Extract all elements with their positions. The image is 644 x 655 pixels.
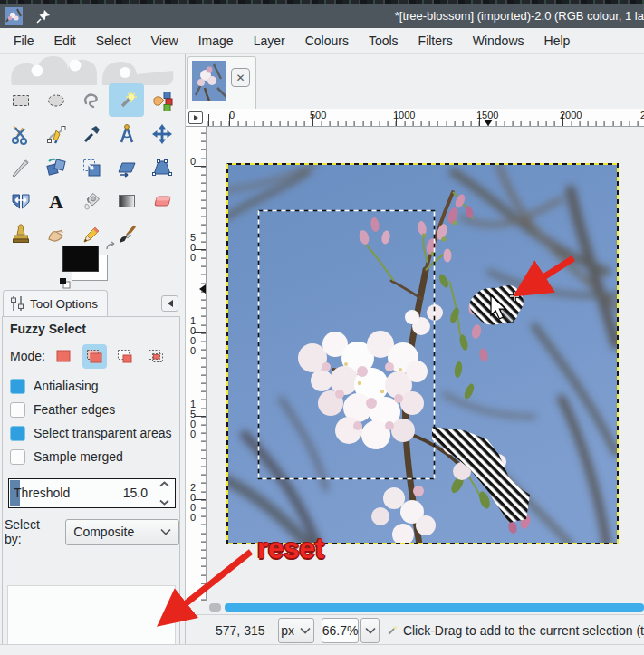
zoom-value: 66.7% (322, 623, 359, 638)
tool-bucket-fill[interactable] (73, 184, 109, 217)
blossom-photo (226, 163, 619, 544)
menu-file[interactable]: File (4, 28, 44, 53)
tool-select-by-colour[interactable] (144, 83, 179, 117)
tool-rotate[interactable] (38, 150, 73, 184)
menu-view[interactable]: View (141, 28, 188, 53)
select-by-dropdown[interactable]: Composite (65, 519, 179, 545)
scrollbar-thumb[interactable] (225, 603, 644, 612)
menu-edit[interactable]: Edit (44, 28, 86, 53)
tool-scale[interactable] (73, 150, 109, 184)
select-transparent-row[interactable]: Select transparent areas (10, 424, 172, 442)
tool-colour-picker[interactable] (73, 117, 109, 150)
zoom-level[interactable]: 66.7% (322, 618, 360, 643)
pin-icon[interactable] (35, 8, 52, 24)
threshold-value[interactable]: 15.0 (123, 486, 148, 500)
select-by-value: Composite (73, 525, 134, 539)
sample-merged-row[interactable]: Sample merged (10, 448, 123, 466)
threshold-label: Threshold (14, 486, 70, 500)
h-ruler-label: 0 (229, 110, 235, 120)
sample-merged-label: Sample merged (34, 449, 123, 464)
menu-colours[interactable]: Colours (295, 28, 359, 53)
mode-add-button[interactable] (82, 344, 107, 369)
v-ruler-label: 1500 (187, 399, 197, 438)
v-ruler-label: 2000 (187, 482, 197, 522)
menu-select[interactable]: Select (86, 28, 141, 53)
tool-perspective[interactable] (144, 150, 179, 184)
menu-tools[interactable]: Tools (359, 28, 409, 53)
unit-dropdown[interactable]: px (278, 618, 314, 643)
menu-layer[interactable]: Layer (244, 28, 295, 53)
spin-down-icon[interactable] (159, 499, 169, 506)
tool-options-icon (10, 295, 24, 312)
tool-crop[interactable] (3, 150, 38, 184)
antialiasing-row[interactable]: Antialiasing (10, 377, 99, 395)
pointer-position-marker-v (199, 284, 206, 294)
menu-windows[interactable]: Windows (463, 28, 534, 53)
tab-close-button[interactable]: ✕ (231, 68, 250, 87)
menu-help[interactable]: Help (534, 28, 581, 53)
antialiasing-checkbox[interactable] (10, 379, 25, 394)
ruler-corner-button[interactable] (186, 109, 207, 127)
foreground-colour-swatch[interactable] (62, 246, 99, 272)
feather-edges-checkbox[interactable] (10, 402, 25, 418)
status-message: Click-Drag to add to the current selecti… (403, 623, 644, 638)
dock-collapse-button[interactable] (161, 295, 178, 312)
menu-filters[interactable]: Filters (409, 28, 463, 53)
statusbar: 577, 315 px 66.7% Click-Drag to add to t… (186, 614, 644, 645)
horizontal-ruler[interactable]: 0 500 1000 1500 2000 2500 (207, 109, 644, 127)
tool-flip[interactable] (3, 184, 38, 217)
tool-eraser[interactable] (144, 184, 179, 217)
tool-options-tab[interactable]: Tool Options (3, 290, 108, 316)
tool-grid: A (3, 83, 179, 251)
h-ruler-label: 500 (310, 110, 326, 120)
preset-list[interactable] (7, 585, 176, 649)
tool-options-panel: Fuzzy Select Mode: (2, 316, 180, 646)
tool-measure[interactable] (109, 117, 144, 150)
wand-status-icon (387, 622, 399, 638)
window-bottom-strip (0, 644, 644, 655)
horizontal-scrollbar[interactable] (207, 601, 644, 613)
window-app-icon (5, 7, 23, 25)
vertical-ruler[interactable]: 0 500 1000 1500 2000 (186, 127, 207, 601)
tool-text[interactable]: A (38, 184, 73, 217)
tool-fuzzy-select[interactable] (109, 83, 144, 117)
gimp-window: *[tree-blossom] (imported)-2.0 (RGB colo… (0, 0, 644, 655)
swap-colours-icon[interactable] (105, 241, 118, 254)
default-colours-icon[interactable] (59, 277, 72, 290)
scrollbar-nub[interactable] (209, 603, 221, 612)
tool-ellipse-select[interactable] (38, 83, 73, 117)
sample-merged-checkbox[interactable] (10, 449, 25, 465)
feather-edges-row[interactable]: Feather edges (10, 400, 115, 419)
tool-gradient[interactable] (109, 184, 144, 217)
zoom-dropdown-button[interactable] (360, 618, 379, 643)
colour-swatches (62, 245, 120, 288)
tool-move[interactable] (144, 117, 179, 150)
v-ruler-label: 1000 (187, 315, 197, 355)
tool-free-select[interactable] (73, 83, 109, 117)
canvas-area: ✕ 0 500 1000 1500 2000 2500 0 500 1000 1… (186, 54, 644, 655)
tool-shear[interactable] (109, 150, 144, 184)
tool-paths[interactable] (38, 117, 73, 150)
mode-intersect-button[interactable] (144, 344, 168, 369)
tool-rectangle-select[interactable] (3, 83, 38, 117)
select-by-label: Select by: (5, 517, 60, 546)
chevron-down-icon (160, 528, 171, 535)
menu-image[interactable]: Image (188, 28, 244, 53)
window-title: *[tree-blossom] (imported)-2.0 (RGB colo… (52, 9, 644, 23)
spin-up-icon[interactable] (159, 481, 169, 487)
tool-scissors-select[interactable] (3, 117, 38, 150)
threshold-spinners[interactable] (157, 481, 171, 506)
titlebar[interactable]: *[tree-blossom] (imported)-2.0 (RGB colo… (0, 4, 644, 28)
svg-text:A: A (49, 190, 63, 212)
tool-clone[interactable] (3, 217, 38, 251)
feather-edges-label: Feather edges (34, 402, 115, 417)
threshold-slider[interactable]: Threshold 15.0 (8, 478, 176, 508)
image-canvas[interactable] (207, 127, 644, 601)
image-tab[interactable]: ✕ (187, 56, 256, 109)
mode-subtract-button[interactable] (113, 344, 138, 369)
select-transparent-checkbox[interactable] (10, 426, 25, 441)
select-transparent-label: Select transparent areas (34, 426, 172, 440)
v-ruler-label: 0 (187, 156, 197, 166)
mode-replace-button[interactable] (52, 344, 76, 369)
pointer-coordinates: 577, 315 (216, 623, 265, 638)
